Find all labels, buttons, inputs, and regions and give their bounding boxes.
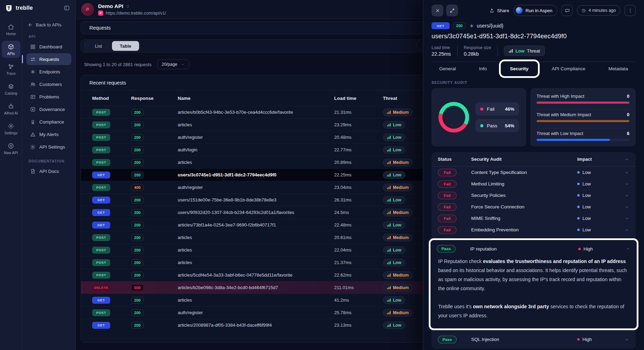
view-toggle-list[interactable]: List: [85, 41, 112, 51]
rail-item-catalog[interactable]: Catalog: [2, 80, 21, 97]
method-cell: POST: [92, 234, 131, 241]
collapse-sidebar-icon[interactable]: [64, 5, 70, 11]
threat-badge: Low: [383, 296, 405, 304]
audit-row-security-policies[interactable]: FailSecurity PoliciesLow: [432, 190, 636, 201]
tab-general[interactable]: General: [436, 64, 459, 73]
method-badge: POST: [92, 184, 110, 191]
sidebar-item-requests[interactable]: Requests: [26, 53, 71, 65]
rail-item-trace[interactable]: Trace: [2, 61, 21, 78]
load-time-cell: 23.29ms: [334, 122, 383, 127]
api-avatar-icon: [84, 6, 91, 13]
impact-value: 6: [627, 131, 629, 136]
request-name: articles: [178, 122, 334, 127]
response-cell: 200: [131, 272, 178, 279]
audit-impact-cell: Low: [577, 181, 619, 186]
impact-dot: [577, 338, 580, 341]
request-name: articles/73bf1a4e-0254-3ee7-9690-f2b6b40…: [178, 222, 334, 228]
response-badge: 200: [131, 209, 144, 216]
request-name: users/151de00e-75be-36e8-9b1b-8de38b78e8…: [178, 197, 334, 202]
bars-icon: [387, 236, 391, 239]
api-switcher[interactable]: Demo API: [98, 3, 166, 9]
chevron-down-icon[interactable]: [625, 228, 629, 232]
share-button[interactable]: Share: [489, 8, 509, 13]
audit-name: MIME Sniffing: [471, 216, 577, 221]
page-size-select[interactable]: 20/page: [157, 59, 189, 69]
threat-label: Low: [393, 323, 401, 328]
audit-row-force-secure-connection[interactable]: FailForce Secure ConnectionLow: [432, 201, 636, 213]
method-cell: POST: [92, 247, 131, 254]
audit-impact-cell: Low: [577, 216, 619, 221]
audit-status-badge: Fail: [438, 180, 457, 188]
method-cell: POST: [92, 309, 131, 316]
rail-item-label: New API: [4, 151, 18, 155]
chevron-down-icon[interactable]: [625, 216, 629, 221]
request-time-pill[interactable]: 4 minutes ago: [577, 5, 620, 16]
audit-row-content-type-specification[interactable]: FailContent Type SpecificationLow: [432, 167, 636, 178]
legend-pass: Pass54%: [475, 119, 519, 132]
sidebar-item-customers[interactable]: Customers: [26, 78, 71, 90]
rail-item-settings[interactable]: Settings: [2, 120, 21, 137]
response-badge: 200: [131, 159, 144, 166]
response-badge: 200: [131, 309, 144, 316]
chevron-down-icon[interactable]: [625, 193, 629, 198]
response-cell: 200: [131, 197, 178, 204]
chevron-down-icon[interactable]: [625, 205, 629, 209]
subnav-items: DashboardRequestsEndpointsCustomersProbl…: [26, 41, 71, 153]
run-in-aspen-label: Run in Aspen: [525, 8, 552, 13]
chevron-down-icon[interactable]: [625, 337, 629, 342]
view-toggle-table[interactable]: Table: [112, 41, 139, 51]
share-icon: [489, 8, 494, 13]
legend-value: 54%: [505, 123, 514, 128]
rail-item-home[interactable]: Home: [2, 21, 21, 38]
sidebar-item-compliance[interactable]: Compliance: [26, 116, 71, 128]
tab-security[interactable]: Security: [507, 64, 531, 73]
sidebar-item-governance[interactable]: Governance: [26, 103, 71, 115]
audit-status-badge: Fail: [438, 169, 457, 176]
threat-label: Low: [393, 223, 401, 228]
tab-api-compliance[interactable]: API Compliance: [549, 64, 588, 73]
collapse-all-icon[interactable]: [625, 157, 629, 162]
rail-item-apis[interactable]: APIs: [2, 41, 21, 58]
home-icon: [8, 24, 14, 30]
audit-row-mime-sniffing[interactable]: FailMIME SniffingLow: [432, 213, 636, 224]
expand-button[interactable]: [446, 5, 458, 16]
response-badge: 200: [131, 146, 144, 153]
audit-row-ip-reputation[interactable]: PassIP reputationHigh: [430, 242, 637, 255]
comment-button[interactable]: [562, 5, 573, 16]
sidebar-item-dashboard[interactable]: Dashboard: [26, 41, 71, 53]
audit-description: IP Reputation check evaluates the trustw…: [430, 255, 637, 328]
sidebar-item-endpoints[interactable]: Endpoints: [26, 66, 71, 78]
audit-row-sql-injection[interactable]: PassSQL InjectionHigh: [432, 334, 636, 345]
response-cell: 500: [131, 284, 178, 291]
load-time-cell: 41.2ms: [334, 297, 383, 303]
sidebar-item-problems[interactable]: Problems: [26, 91, 71, 103]
threat-label: Medium: [393, 235, 409, 240]
sidebar-item-api-settings[interactable]: API Settings: [26, 141, 71, 153]
sidebar-item-my-alerts[interactable]: My Alerts: [26, 128, 71, 140]
threat-label: Low: [393, 135, 401, 140]
chevron-down-icon[interactable]: [625, 182, 629, 186]
bars-icon: [387, 110, 391, 114]
rail-item-label: APIs: [7, 51, 15, 56]
sidebar-item-api-docs[interactable]: API Docs: [26, 165, 71, 177]
audit-row-embedding-prevention[interactable]: FailEmbedding PreventionLow: [432, 224, 636, 236]
tab-metadata[interactable]: Metadata: [606, 64, 631, 73]
pagination-summary: Showing 1 to 20 of 2881 requests: [84, 62, 152, 67]
impact-level: Low: [582, 216, 591, 221]
threat-badge: Medium: [383, 109, 413, 116]
back-to-apis-link[interactable]: Back to APIs: [26, 22, 71, 32]
rail-item-new-api[interactable]: New API: [2, 140, 21, 157]
impact-level: High: [583, 246, 593, 252]
audit-row-method-limiting[interactable]: FailMethod LimitingLow: [432, 178, 636, 190]
chevron-down-icon[interactable]: [625, 170, 629, 175]
rail-item-alfred-ai[interactable]: Alfred AI: [2, 100, 21, 117]
chevron-up-icon[interactable]: [626, 246, 630, 251]
endpoint-label: users/{uuid}: [477, 23, 504, 29]
alfred-ai-icon: [8, 103, 14, 110]
close-button[interactable]: [432, 5, 443, 16]
run-in-aspen-button[interactable]: Run in Aspen: [513, 5, 557, 16]
treblle-logo[interactable]: treblle: [5, 4, 33, 12]
bars-icon: [387, 173, 391, 177]
more-options-button[interactable]: [625, 5, 636, 16]
tab-info[interactable]: Info: [476, 64, 490, 73]
